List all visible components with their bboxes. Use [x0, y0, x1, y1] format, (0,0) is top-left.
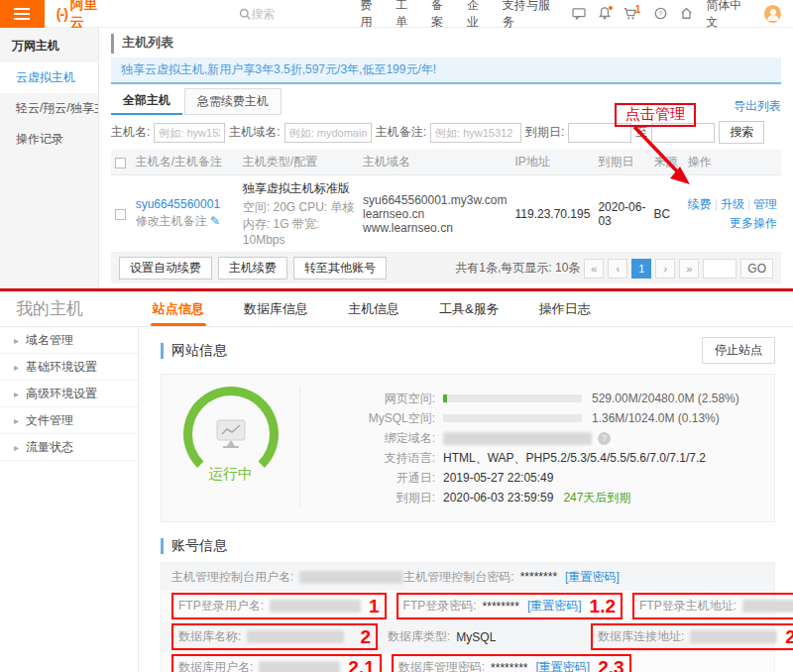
go-button[interactable]: GO — [740, 259, 773, 279]
sidebar-item-file-mgmt[interactable]: 文件管理 — [0, 407, 138, 434]
host-domain-3: www.learnseo.cn — [363, 221, 507, 235]
tab-site-info[interactable]: 站点信息 — [133, 291, 224, 326]
host-domain-input[interactable] — [284, 123, 372, 143]
user-avatar[interactable] — [764, 5, 781, 23]
annotation-box-2-1: 数据库用户名: 2.1 — [171, 654, 382, 672]
days-remaining-note: 247天后到期 — [563, 488, 630, 507]
next-page-button[interactable]: › — [655, 259, 675, 279]
renew-link[interactable]: 续费 — [688, 197, 712, 211]
cart-icon[interactable]: 1 — [623, 7, 642, 20]
host-name-link[interactable]: syu6645560001 — [136, 197, 220, 211]
site-info-main: 网站信息 停止站点 运行中 — [139, 327, 793, 672]
global-search[interactable] — [239, 7, 360, 21]
mysql-space-row: MySQL空间: 1.36M/1024.0M (0.13%) — [366, 408, 774, 428]
host-remark-input[interactable] — [430, 123, 521, 143]
menu-support[interactable]: 支持与服务 — [503, 0, 559, 31]
tab-renew-hosts[interactable]: 急需续费主机 — [184, 88, 282, 115]
menu-billing[interactable]: 费用 — [360, 0, 383, 31]
info-icon[interactable] — [598, 432, 611, 445]
annotation-number-2: 2 — [352, 627, 371, 646]
pagination-summary: 共有1条,每页显示: 10条 — [455, 260, 580, 277]
app-root: (-) 阿里云 费用 工单 备案 企业 支持与服务 1 ? — [0, 0, 793, 672]
annotation-click-manage: 点击管理 — [615, 103, 696, 127]
last-page-button[interactable]: » — [679, 259, 699, 279]
tab-operation-log[interactable]: 操作日志 — [519, 291, 611, 326]
account-info-panel: 主机管理控制台用户名: 主机管理控制台密码: ******** [重置密码] F… — [161, 562, 775, 672]
message-icon[interactable] — [572, 8, 586, 20]
annotation-box-1-3: FTP登录主机地址: 1.3 — [632, 593, 793, 619]
more-actions-link[interactable]: 更多操作 — [688, 215, 777, 232]
language-switcher[interactable]: 简体中文 — [706, 0, 751, 31]
col-expire: 到期日 — [594, 150, 649, 175]
host-list-section: 万网主机 云虚拟主机 轻云/翔云/独享主... 操作记录 主机列表 独享云虚拟主… — [0, 28, 793, 288]
console-password-masked: ******** — [520, 570, 557, 584]
renew-host-button[interactable]: 主机续费 — [218, 257, 287, 280]
open-date-row: 开通日: 2019-05-27 22:05:49 — [366, 468, 774, 488]
host-expire-date: 2020-06-03 — [594, 175, 649, 253]
hamburger-menu-icon[interactable] — [0, 0, 45, 28]
promo-banner[interactable]: 独享云虚拟主机,新用户享3年3.5折,597元/3年,低至199元/年! — [111, 57, 781, 84]
sidebar-item-basic-env[interactable]: 基础环境设置 — [0, 354, 138, 381]
db-type-value: MySQL — [456, 630, 496, 644]
edit-pencil-icon[interactable]: ✎ — [210, 214, 220, 228]
col-host-name: 主机名/主机备注 — [132, 150, 239, 175]
prev-page-button[interactable]: ‹ — [608, 259, 627, 279]
menu-ticket[interactable]: 工单 — [396, 0, 418, 31]
edit-remark-link[interactable]: 修改主机备注 — [136, 214, 207, 228]
site-status-panel: 运行中 网页空间: 529.00M/20480.0M (2.58%) MySQL… — [161, 374, 775, 522]
menu-enterprise[interactable]: 企业 — [467, 0, 490, 31]
row-checkbox[interactable] — [115, 209, 126, 220]
current-page-button[interactable]: 1 — [631, 259, 651, 279]
aliyun-logo[interactable]: (-) 阿里云 — [57, 0, 111, 32]
col-ip: IP地址 — [511, 150, 595, 175]
annotation-number-2-2: 2.2 — [777, 627, 793, 646]
auto-renew-button[interactable]: 设置自动续费 — [119, 257, 212, 280]
search-input[interactable] — [251, 7, 360, 21]
breadcrumb: 主机列表 — [111, 34, 781, 54]
goto-page-input[interactable] — [703, 259, 736, 279]
sidebar-item-domain-mgmt[interactable]: 域名管理 — [0, 327, 138, 354]
site-info-title: 网站信息 — [161, 343, 227, 359]
upgrade-link[interactable]: 升级 — [721, 197, 744, 211]
search-button[interactable]: 搜索 — [719, 121, 764, 144]
sidebar-item-cloud-host[interactable]: 云虚拟主机 — [0, 62, 98, 93]
home-icon[interactable] — [680, 7, 693, 20]
host-name-input[interactable] — [154, 123, 225, 143]
export-list-link[interactable]: 导出列表 — [734, 98, 781, 115]
console-credentials-row: 主机管理控制台用户名: 主机管理控制台密码: ******** [重置密码] — [162, 563, 774, 591]
aliyun-logo-icon: (-) — [57, 6, 67, 22]
console-user-blurred-value — [299, 571, 403, 584]
host-remark-label: 主机备注: — [376, 124, 426, 141]
annotation-number-1-2: 1.2 — [582, 597, 616, 616]
tab-tools-services[interactable]: 工具&服务 — [419, 291, 519, 326]
reset-ftp-password-link[interactable]: [重置密码] — [527, 598, 582, 615]
bell-icon[interactable] — [599, 7, 611, 20]
svg-text:?: ? — [659, 10, 663, 17]
tab-host-info[interactable]: 主机信息 — [328, 291, 419, 326]
reset-db-password-link[interactable]: [重置密码] — [535, 659, 590, 672]
select-all-checkbox[interactable] — [115, 158, 126, 168]
first-page-button[interactable]: « — [584, 259, 604, 279]
db-name-blurred-value — [247, 630, 344, 643]
sidebar-item-light-cloud[interactable]: 轻云/翔云/独享主... — [0, 93, 98, 124]
tab-all-hosts[interactable]: 全部主机 — [111, 88, 182, 115]
transfer-account-button[interactable]: 转至其他账号 — [293, 257, 387, 280]
manage-link[interactable]: 管理 — [753, 197, 777, 211]
sidebar-item-traffic[interactable]: 流量状态 — [0, 434, 138, 461]
mysql-space-value: 1.36M/1024.0M (0.13%) — [592, 408, 720, 428]
stop-site-button[interactable]: 停止站点 — [702, 337, 775, 364]
col-host-type: 主机类型/配置 — [239, 150, 359, 175]
sidebar-item-operation-log[interactable]: 操作记录 — [0, 124, 98, 155]
sidebar-item-advanced-env[interactable]: 高级环境设置 — [0, 381, 138, 407]
web-space-bar — [443, 394, 582, 402]
cart-count-badge: 1 — [635, 4, 641, 15]
host-type: 独享虚拟主机标准版 — [243, 180, 355, 197]
monitor-chart-icon — [213, 418, 249, 450]
host-domain-2: learnseo.cn — [363, 207, 507, 221]
annotation-number-2-1: 2.1 — [340, 658, 374, 672]
menu-icp[interactable]: 备案 — [431, 0, 454, 31]
tab-database-info[interactable]: 数据库信息 — [224, 291, 328, 326]
help-icon[interactable]: ? — [654, 7, 667, 20]
database-name-row: 数据库名称: 2 数据库类型: MySQL 数据库连接地址: 2.2 — [162, 621, 774, 652]
reset-console-password-link[interactable]: [重置密码] — [565, 569, 620, 586]
